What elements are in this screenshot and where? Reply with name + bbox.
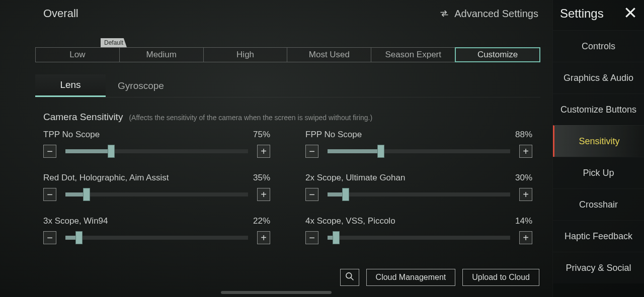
sidebar-item-pick-up[interactable]: Pick Up <box>553 157 644 188</box>
close-button[interactable] <box>624 6 637 21</box>
sidebar-item-crosshair[interactable]: Crosshair <box>553 188 644 220</box>
slider-label: FPP No Scope <box>305 130 362 140</box>
increment-button[interactable]: + <box>257 231 270 244</box>
slider-label: 4x Scope, VSS, Piccolo <box>305 216 395 226</box>
preset-tab-high[interactable]: High <box>204 48 288 62</box>
advanced-settings-button[interactable]: Advanced Settings <box>439 8 538 20</box>
decrement-button[interactable]: − <box>43 231 56 244</box>
cloud-management-button[interactable]: Cloud Management <box>366 269 456 286</box>
advanced-settings-label: Advanced Settings <box>454 8 538 20</box>
slider-label: Red Dot, Holographic, Aim Assist <box>43 173 169 183</box>
preset-tabs: Default LowMediumHighMost UsedSeason Exp… <box>35 47 540 62</box>
slider-thumb[interactable] <box>108 145 115 158</box>
search-button[interactable] <box>340 269 359 286</box>
slider-value: 14% <box>515 216 532 226</box>
page-title: Overall <box>43 7 78 20</box>
slider-label: 2x Scope, Ultimate Gohan <box>305 173 405 183</box>
slider-value: 35% <box>253 173 270 183</box>
sidebar-item-graphics-audio[interactable]: Graphics & Audio <box>553 62 644 93</box>
slider-block: 4x Scope, VSS, Piccolo14%−+ <box>305 216 532 244</box>
slider-block: Red Dot, Holographic, Aim Assist35%−+ <box>43 173 270 201</box>
settings-menu: ControlsGraphics & AudioCustomize Button… <box>553 30 644 283</box>
slider-thumb[interactable] <box>342 188 349 201</box>
preset-tab-most-used[interactable]: Most Used <box>287 48 371 62</box>
sub-tabs: LensGyroscope <box>35 74 540 97</box>
section-title: Camera Sensitivity <box>43 112 123 123</box>
slider-track[interactable] <box>328 192 510 196</box>
slider-value: 75% <box>253 130 270 140</box>
settings-title: Settings <box>560 7 604 21</box>
slider-block: FPP No Scope88%−+ <box>305 130 532 158</box>
decrement-button[interactable]: − <box>305 231 318 244</box>
slider-block: TPP No Scope75%−+ <box>43 130 270 158</box>
search-icon <box>345 271 355 283</box>
slider-label: TPP No Scope <box>43 130 100 140</box>
slider-value: 88% <box>515 130 532 140</box>
sidebar-item-privacy-social[interactable]: Privacy & Social <box>553 252 644 283</box>
increment-button[interactable]: + <box>257 145 270 158</box>
slider-value: 22% <box>253 216 270 226</box>
increment-button[interactable]: + <box>519 231 532 244</box>
upload-to-cloud-button[interactable]: Upload to Cloud <box>462 269 539 286</box>
slider-track[interactable] <box>328 236 510 240</box>
sidebar-item-sensitivity[interactable]: Sensitivity <box>553 125 644 157</box>
decrement-button[interactable]: − <box>305 188 318 201</box>
slider-track[interactable] <box>65 192 248 196</box>
slider-thumb[interactable] <box>333 231 340 244</box>
section-note: (Affects the sensitivity of the camera w… <box>129 114 372 122</box>
preset-tab-low[interactable]: Low <box>36 48 120 62</box>
slider-thumb[interactable] <box>377 145 384 158</box>
slider-track[interactable] <box>65 149 248 153</box>
preset-tab-customize[interactable]: Customize <box>455 47 540 62</box>
slider-block: 3x Scope, Win9422%−+ <box>43 216 270 244</box>
sidebar-item-controls[interactable]: Controls <box>553 30 644 62</box>
slider-block: 2x Scope, Ultimate Gohan30%−+ <box>305 173 532 201</box>
slider-label: 3x Scope, Win94 <box>43 216 108 226</box>
sidebar-item-customize-buttons[interactable]: Customize Buttons <box>553 93 644 125</box>
decrement-button[interactable]: − <box>43 188 56 201</box>
slider-track[interactable] <box>328 149 510 153</box>
increment-button[interactable]: + <box>257 188 270 201</box>
sub-tab-gyroscope[interactable]: Gyroscope <box>106 74 176 97</box>
preset-tab-medium[interactable]: Medium <box>120 48 204 62</box>
decrement-button[interactable]: − <box>305 145 318 158</box>
slider-track[interactable] <box>65 236 248 240</box>
sub-tab-lens[interactable]: Lens <box>35 74 106 97</box>
sliders-grid: TPP No Scope75%−+FPP No Scope88%−+Red Do… <box>35 130 540 244</box>
scroll-indicator[interactable] <box>221 291 332 294</box>
slider-value: 30% <box>515 173 532 183</box>
slider-thumb[interactable] <box>75 231 83 244</box>
increment-button[interactable]: + <box>519 145 532 158</box>
close-icon <box>624 12 637 21</box>
sidebar-item-haptic-feedback[interactable]: Haptic Feedback <box>553 220 644 252</box>
swap-icon <box>439 9 449 19</box>
preset-tab-season-expert[interactable]: Season Expert <box>371 48 455 62</box>
increment-button[interactable]: + <box>519 188 532 201</box>
decrement-button[interactable]: − <box>43 145 56 158</box>
svg-point-0 <box>346 273 352 278</box>
slider-thumb[interactable] <box>83 188 90 201</box>
default-tag: Default <box>101 38 127 47</box>
